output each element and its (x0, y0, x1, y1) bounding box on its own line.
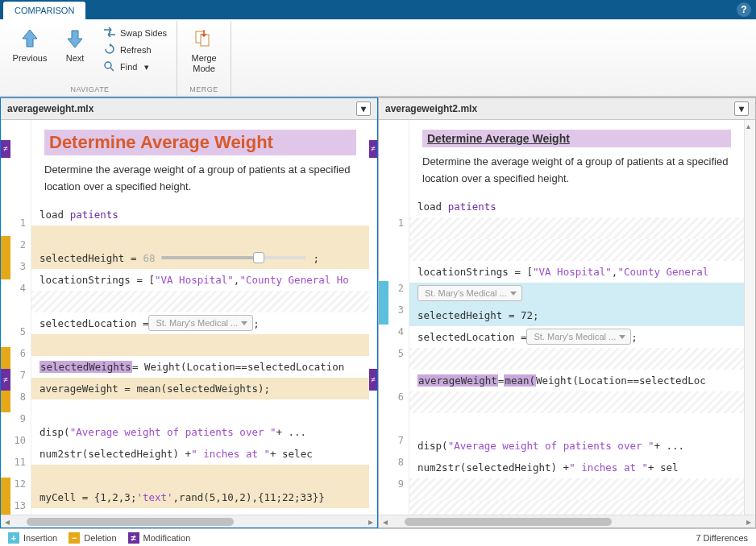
modification-swatch: ≠ (128, 532, 139, 544)
deletion-swatch: − (69, 532, 80, 544)
search-icon (103, 60, 116, 73)
right-horizontal-scrollbar[interactable]: ◂▸ (379, 515, 755, 527)
code-line: selectedLocation = St. Mary's Medical ..… (409, 326, 744, 348)
left-horizontal-scrollbar[interactable]: ◂▸ (1, 515, 377, 527)
right-pane-header: averageweight2.mlx ▾ (379, 98, 755, 120)
previous-button[interactable]: Previous (10, 24, 50, 64)
code-line: selectedHeight = 68; (31, 247, 369, 269)
arrow-down-icon (64, 26, 85, 52)
svg-line-1 (110, 68, 114, 71)
code-line: load patients (409, 196, 744, 217)
right-heading-block: Determine Average Weight (422, 130, 731, 147)
right-heading: Determine Average Weight (427, 132, 726, 145)
refresh-button[interactable]: Refresh (100, 43, 170, 57)
merge-icon (193, 26, 215, 52)
code-line (409, 217, 744, 239)
dropdown-control[interactable]: St. Mary's Medical ... (148, 315, 253, 331)
status-bar: + Insertion − Deletion ≠ Modification 7 … (0, 528, 756, 546)
legend-insertion: + Insertion (8, 532, 57, 544)
left-pane-header: averageweight.mlx ▾ (1, 98, 377, 120)
code-line (409, 348, 744, 370)
code-line (31, 291, 369, 312)
right-filename: averageweight2.mlx (385, 103, 477, 114)
ribbon-bar: COMPARISON ? (0, 0, 756, 19)
svg-point-0 (105, 62, 111, 68)
mod-marker: ≠ (1, 369, 10, 391)
arrow-up-icon (19, 26, 40, 52)
code-line: num2str(selectedHeight) + " inches at " … (31, 443, 369, 465)
left-filename: averageweight.mlx (7, 103, 93, 114)
help-button[interactable]: ? (737, 2, 751, 17)
code-line: disp("Average weight of patients over " … (409, 435, 744, 457)
code-line (31, 334, 369, 356)
code-line: averageWeight = mean(selectedWeights); (31, 378, 369, 399)
code-line: locationStrings = ["VA Hospital","County… (409, 261, 744, 283)
right-code: load patients locationStrings = ["VA Hos… (409, 196, 744, 515)
left-content[interactable]: Determine Average Weight Determine the a… (31, 120, 369, 515)
code-line (31, 399, 369, 421)
left-code: load patients selectedHeight = 68; locat… (31, 204, 369, 508)
diff-count: 7 Differences (696, 533, 748, 543)
left-heading: Determine Average Weight (49, 132, 351, 153)
legend-deletion: − Deletion (69, 532, 116, 544)
refresh-icon (103, 43, 116, 56)
toolstrip: Previous Next Swap Sides Refresh (0, 19, 756, 97)
code-line (409, 391, 744, 413)
navigate-group: Previous Next Swap Sides Refresh (3, 21, 177, 96)
code-line (409, 413, 744, 435)
code-line: St. Mary's Medical ... (409, 283, 744, 304)
ins-marker (379, 281, 388, 325)
comparison-tab[interactable]: COMPARISON (3, 2, 85, 19)
left-description: Determine the average weight of a group … (44, 162, 356, 196)
mod-marker: ≠ (369, 140, 377, 158)
code-line: selectedHeight = 72; (409, 304, 744, 326)
dropdown-control[interactable]: St. Mary's Medical ... (526, 329, 631, 345)
find-button[interactable]: Find ▾ (100, 60, 170, 74)
left-pane-dropdown[interactable]: ▾ (356, 101, 371, 116)
chevron-up-icon: ▴ (746, 122, 750, 130)
right-content[interactable]: Determine Average Weight Determine the a… (409, 120, 744, 515)
left-line-numbers: 1 2 3 4 5 6 7 8 9 10 11 12 13 (10, 120, 31, 515)
merge-mode-button[interactable]: Merge Mode (184, 24, 224, 73)
legend-modification: ≠ Modification (128, 532, 191, 544)
code-line (409, 478, 744, 500)
insertion-swatch: + (8, 532, 19, 544)
code-line: locationStrings = ["VA Hospital","County… (31, 269, 369, 291)
comparison-area: averageweight.mlx ▾ ≠ ≠ 1 2 3 4 5 6 (0, 97, 756, 528)
right-change-gutter (379, 120, 388, 515)
navigate-group-label: NAVIGATE (70, 84, 109, 96)
code-line (31, 465, 369, 486)
left-pane: averageweight.mlx ▾ ≠ ≠ 1 2 3 4 5 6 (0, 97, 378, 528)
right-pane-dropdown[interactable]: ▾ (734, 101, 749, 116)
next-button[interactable]: Next (55, 24, 95, 64)
del-marker (1, 391, 10, 412)
del-marker (1, 347, 10, 369)
left-change-gutter: ≠ ≠ (1, 120, 10, 515)
mod-marker: ≠ (369, 369, 377, 391)
right-pane: averageweight2.mlx ▾ 1 2 3 4 5 6 7 8 9 (378, 97, 756, 528)
del-marker (1, 478, 10, 515)
right-description: Determine the average weight of a group … (422, 154, 731, 188)
mod-marker: ≠ (1, 140, 10, 158)
code-line: myCell = {1,2,3; 'text',rand(5,10,2),{11… (31, 486, 369, 508)
left-right-gutter: ≠ ≠ (369, 120, 377, 515)
code-line: load patients (31, 204, 369, 225)
code-line (409, 500, 744, 515)
swap-sides-button[interactable]: Swap Sides (100, 26, 170, 40)
left-heading-block: Determine Average Weight (44, 130, 356, 155)
code-line: num2str(selectedHeight) + " inches at " … (409, 457, 744, 478)
code-line (409, 239, 744, 261)
code-line: averageWeight = mean(Weight(Location==se… (409, 370, 744, 391)
right-line-numbers: 1 2 3 4 5 6 7 8 9 (388, 120, 409, 515)
legend: + Insertion − Deletion ≠ Modification (8, 532, 190, 544)
code-line: disp("Average weight of patients over " … (31, 421, 369, 443)
slider-control[interactable] (161, 252, 306, 263)
dropdown-control[interactable]: St. Mary's Medical ... (417, 285, 522, 301)
del-marker (1, 236, 10, 279)
code-line: selectedLocation = St. Mary's Medical ..… (31, 312, 369, 334)
right-overview-strip[interactable]: ▴ (744, 120, 755, 515)
swap-icon (103, 27, 116, 39)
code-line: selectedWeights = Weight(Location==selec… (31, 356, 369, 378)
chevron-down-icon: ▾ (144, 62, 149, 72)
merge-group: Merge Mode MERGE (177, 21, 231, 96)
